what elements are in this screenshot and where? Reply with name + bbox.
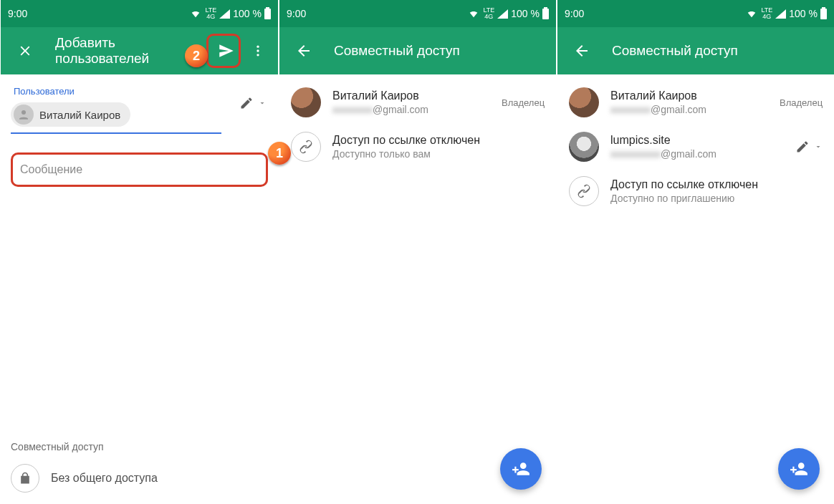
- person-icon: [14, 105, 34, 125]
- app-bar: Совместный доступ: [279, 27, 556, 74]
- user-email: xxxxxxxx@gmail.com: [610, 104, 768, 115]
- share-user-row[interactable]: Виталий Каиров xxxxxxxx@gmail.com Владел…: [557, 80, 834, 125]
- phone-screen-share-1: 9:00 LTE4G 100 % Совместный доступ Витал…: [278, 0, 556, 504]
- svg-point-3: [21, 110, 26, 115]
- users-field-label: Пользователи: [14, 86, 265, 97]
- link-icon: [569, 176, 599, 206]
- app-bar: Совместный доступ: [557, 27, 834, 74]
- close-button[interactable]: [9, 35, 41, 67]
- users-input[interactable]: Виталий Каиров: [11, 98, 221, 134]
- pencil-icon: [239, 96, 254, 110]
- avatar: [569, 87, 599, 117]
- link-sharing-title: Доступ по ссылке отключен: [332, 134, 545, 147]
- battery-icon: [264, 9, 271, 19]
- wifi-icon: [745, 9, 758, 19]
- person-add-icon: [790, 460, 808, 478]
- clock-text: 9:00: [565, 8, 584, 19]
- signal-icon: [497, 9, 508, 19]
- access-summary-text: Без общего доступа: [51, 472, 158, 485]
- app-bar-title: Совместный доступ: [334, 43, 552, 59]
- link-sharing-title: Доступ по ссылке отключен: [610, 178, 823, 191]
- app-bar-title: Совместный доступ: [612, 43, 830, 59]
- network-lte-label: LTE4G: [205, 7, 216, 20]
- annotation-badge-2: 2: [185, 44, 208, 67]
- link-sharing-row[interactable]: Доступ по ссылке отключен Доступно по пр…: [557, 169, 834, 213]
- user-chip-name: Виталий Каиров: [39, 109, 120, 121]
- avatar: [569, 132, 599, 162]
- clock-text: 9:00: [8, 8, 27, 19]
- person-add-icon: [512, 460, 530, 478]
- wifi-icon: [189, 9, 202, 19]
- access-summary-row[interactable]: Без общего доступа: [11, 464, 268, 493]
- role-label: Владелец: [780, 97, 823, 108]
- clock-text: 9:00: [287, 8, 306, 19]
- chevron-down-icon: [814, 142, 823, 151]
- link-sharing-row[interactable]: Доступ по ссылке отключен Доступно тольк…: [279, 125, 556, 169]
- battery-text: 100 %: [789, 8, 818, 19]
- user-email: xxxxxxxx@gmail.com: [332, 104, 490, 115]
- overflow-menu-button[interactable]: [242, 35, 274, 67]
- share-user-row[interactable]: lumpics.site xxxxxxxxxx@gmail.com: [557, 125, 834, 169]
- battery-icon: [820, 9, 827, 19]
- battery-icon: [542, 9, 549, 19]
- role-label: Владелец: [502, 97, 545, 108]
- signal-icon: [775, 9, 786, 19]
- back-button[interactable]: [288, 35, 320, 67]
- user-email: xxxxxxxxxx@gmail.com: [610, 148, 784, 160]
- add-person-fab[interactable]: [778, 448, 820, 490]
- network-lte-label: LTE4G: [761, 7, 772, 20]
- avatar: [291, 87, 321, 117]
- share-user-row[interactable]: Виталий Каиров xxxxxxxx@gmail.com Владел…: [279, 80, 556, 125]
- chevron-down-icon: [258, 99, 267, 107]
- network-lte-label: LTE4G: [483, 7, 494, 20]
- pencil-icon: [795, 140, 810, 154]
- battery-text: 100 %: [233, 8, 262, 19]
- phone-screen-share-2: 9:00 LTE4G 100 % Совместный доступ Витал…: [556, 0, 834, 504]
- user-name: Виталий Каиров: [610, 89, 768, 102]
- annotation-badge-1: 1: [268, 142, 291, 165]
- user-chip[interactable]: Виталий Каиров: [11, 102, 130, 127]
- svg-point-2: [257, 54, 259, 56]
- status-bar: 9:00 LTE4G 100 %: [279, 0, 556, 27]
- user-name: lumpics.site: [610, 134, 784, 147]
- permission-edit-dropdown[interactable]: [239, 96, 267, 110]
- phone-screen-add-users: 9:00 LTE4G 100 % Добавить пользователей: [0, 0, 278, 504]
- link-sharing-subtitle: Доступно по приглашению: [610, 193, 823, 204]
- svg-point-1: [257, 49, 259, 52]
- status-bar: 9:00 LTE4G 100 %: [557, 0, 834, 27]
- message-input[interactable]: Сообщение: [11, 152, 268, 187]
- user-name: Виталий Каиров: [332, 89, 490, 102]
- signal-icon: [219, 9, 230, 19]
- annotation-highlight-send: [206, 34, 241, 68]
- status-bar: 9:00 LTE4G 100 %: [1, 0, 278, 27]
- wifi-icon: [467, 9, 480, 19]
- add-person-fab[interactable]: [500, 448, 542, 490]
- app-bar: Добавить пользователей: [1, 27, 278, 74]
- permission-edit-dropdown[interactable]: [795, 140, 823, 154]
- message-placeholder: Сообщение: [20, 163, 82, 175]
- back-button[interactable]: [566, 35, 598, 67]
- share-section-label: Совместный доступ: [11, 441, 268, 452]
- svg-point-0: [257, 46, 259, 48]
- link-icon: [291, 132, 321, 162]
- lock-icon: [11, 464, 39, 493]
- link-sharing-subtitle: Доступно только вам: [332, 148, 545, 160]
- battery-text: 100 %: [511, 8, 540, 19]
